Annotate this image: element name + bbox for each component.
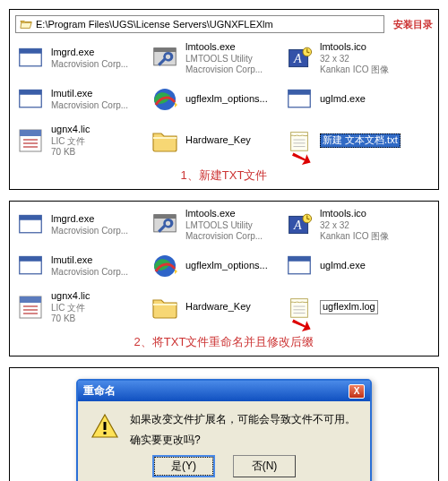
file-lmtools-ico[interactable]: lmtools.ico32 x 32Kankan ICO 图像 [284, 207, 418, 243]
file-hardware-key[interactable]: Hardware_Key [150, 123, 284, 159]
ico-icon [284, 210, 314, 240]
note-icon [284, 125, 314, 156]
file-lmutil[interactable]: lmutil.exeMacrovision Corp... [15, 82, 150, 117]
no-button[interactable]: 否(N) [233, 455, 296, 477]
file-ugnx4-lic[interactable]: ugnx4.licLIC 文件70 KB [15, 289, 150, 325]
ico-icon [284, 43, 314, 73]
file-grid-1: lmgrd.exeMacrovision Corp... lmtools.exe… [15, 40, 433, 164]
file-lmgrd[interactable]: lmgrd.exeMacrovision Corp... [15, 207, 150, 243]
rename-dialog: 重命名 X 如果改变文件扩展名，可能会导致文件不可用。 确实要更改吗? 是(Y)… [76, 379, 372, 481]
file-lmtools-exe[interactable]: lmtools.exeLMTOOLS UtilityMacrovision Co… [150, 40, 284, 76]
file-ugflexlm-options[interactable]: ugflexlm_options... [150, 82, 284, 117]
file-new-txt[interactable]: 新建 文本文档.txt [284, 123, 418, 159]
caption-1: 1、新建TXT文件 [15, 167, 433, 184]
warning-icon [90, 412, 119, 448]
panel-2: lmgrd.exeMacrovision Corp... lmtools.exe… [9, 201, 439, 356]
file-uglmd[interactable]: uglmd.exe [284, 248, 418, 284]
file-uglmd[interactable]: uglmd.exe [284, 82, 418, 117]
file-lmtools-exe[interactable]: lmtools.exeLMTOOLS UtilityMacrovision Co… [150, 207, 284, 243]
renamed-file-box[interactable]: ugflexlm.log [320, 300, 378, 314]
file-ugflexlm-log[interactable]: ugflexlm.log [284, 289, 418, 325]
globe-icon [150, 251, 180, 281]
file-ugnx4-lic[interactable]: ugnx4.licLIC 文件70 KB [15, 123, 150, 159]
wrench-icon [150, 210, 180, 240]
caption-2: 2、将TXT文件重命名并且修改后缀 [15, 334, 433, 350]
panel-3: 重命名 X 如果改变文件扩展名，可能会导致文件不可用。 确实要更改吗? 是(Y)… [9, 367, 439, 481]
file-hardware-key[interactable]: Hardware_Key [150, 289, 284, 325]
folder-icon [150, 292, 180, 322]
wrench-icon [150, 43, 180, 73]
address-bar[interactable]: E:\Program Files\UGS\License Servers\UGN… [15, 15, 384, 33]
file-lmutil[interactable]: lmutil.exeMacrovision Corp... [15, 248, 150, 284]
yes-button[interactable]: 是(Y) [152, 455, 215, 477]
folder-icon [150, 125, 180, 156]
new-txt-name-selected[interactable]: 新建 文本文档.txt [320, 133, 401, 147]
folder-open-icon [20, 18, 32, 30]
window-icon [15, 84, 46, 115]
file-ugflexlm-options[interactable]: ugflexlm_options... [150, 248, 284, 284]
panel-1: E:\Program Files\UGS\License Servers\UGN… [9, 9, 439, 190]
file-lmtools-ico[interactable]: lmtools.ico32 x 32Kankan ICO 图像 [284, 40, 418, 76]
close-icon[interactable]: X [349, 384, 365, 399]
note-icon [284, 292, 314, 322]
window-icon [15, 210, 46, 240]
install-dir-label: 安装目录 [393, 18, 433, 31]
dialog-message: 如果改变文件扩展名，可能会导致文件不可用。 确实要更改吗? [130, 412, 356, 448]
lic-icon [15, 292, 46, 322]
address-row: E:\Program Files\UGS\License Servers\UGN… [15, 15, 433, 33]
window-icon [15, 43, 46, 73]
globe-icon [150, 84, 180, 115]
window-icon [284, 251, 314, 281]
lic-icon [15, 125, 46, 156]
window-icon [284, 84, 314, 115]
dialog-titlebar[interactable]: 重命名 X [78, 381, 370, 401]
address-text: E:\Program Files\UGS\License Servers\UGN… [36, 19, 273, 30]
window-icon [15, 251, 46, 281]
dialog-title-text: 重命名 [83, 383, 116, 399]
file-lmgrd[interactable]: lmgrd.exeMacrovision Corp... [15, 40, 150, 76]
file-grid-2: lmgrd.exeMacrovision Corp... lmtools.exe… [15, 207, 433, 331]
